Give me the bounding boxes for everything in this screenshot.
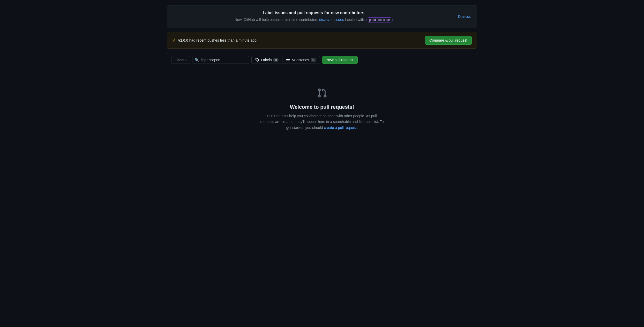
label-icon [255,58,259,62]
branch-icon: ⑂ [172,38,175,43]
good-first-issue-badge: good first issue [366,17,393,22]
banner-subtitle-mid: labeled with [345,18,364,22]
push-text: v1.0.0 had recent pushes less than a min… [178,38,257,42]
milestones-label: Milestones [292,58,309,62]
search-container: 🔍 [192,56,249,64]
chevron-down-icon: ▾ [185,59,187,61]
push-branch-name: v1.0.0 [178,38,188,42]
banner-subtitle-pre: Now, GitHub will help potential first-ti… [235,18,318,22]
create-pull-request-link[interactable]: create a pull request [324,126,357,130]
dismiss-link[interactable]: Dismiss [458,14,471,19]
empty-desc-post: . [357,126,358,130]
page-container: Label issues and pull requests for new c… [167,5,477,151]
main-area: Filters ▾ 🔍 Labels 9 [167,53,477,151]
new-pull-request-button[interactable]: New pull request [322,56,358,64]
labels-count-badge: 9 [273,58,279,62]
banner-subtitle: Now, GitHub will help potential first-ti… [173,17,454,22]
filters-button[interactable]: Filters ▾ [171,56,190,64]
empty-state-description: Pull requests help you collaborate on co… [260,113,384,130]
push-bar: ⑂ v1.0.0 had recent pushes less than a m… [167,32,477,49]
banner-content: Label issues and pull requests for new c… [173,11,454,22]
push-message: had recent pushes less than a minute ago [188,38,257,42]
compare-pull-request-button[interactable]: Compare & pull request [425,36,472,45]
milestones-count-badge: 0 [311,58,316,62]
labels-button[interactable]: Labels 9 [251,56,282,64]
search-input[interactable] [192,56,249,64]
milestone-icon [286,58,290,62]
filter-bar: Filters ▾ 🔍 Labels 9 [171,56,358,64]
discover-issues-link[interactable]: discover issues [319,18,344,22]
labels-label: Labels [261,58,272,62]
banner-title: Label issues and pull requests for new c… [173,11,454,15]
filters-label: Filters [175,58,184,62]
pull-request-empty-icon [317,88,327,99]
empty-desc-pre: Pull requests help you collaborate on co… [260,114,384,130]
empty-state: Welcome to pull requests! Pull requests … [167,67,477,151]
milestones-button[interactable]: Milestones 0 [282,56,320,64]
filter-bar-container: Filters ▾ 🔍 Labels 9 [167,53,477,67]
empty-state-title: Welcome to pull requests! [290,104,354,110]
push-bar-left: ⑂ v1.0.0 had recent pushes less than a m… [172,38,257,43]
labels-milestones-group: Labels 9 Milestones 0 [251,56,320,64]
banner: Label issues and pull requests for new c… [167,5,477,28]
